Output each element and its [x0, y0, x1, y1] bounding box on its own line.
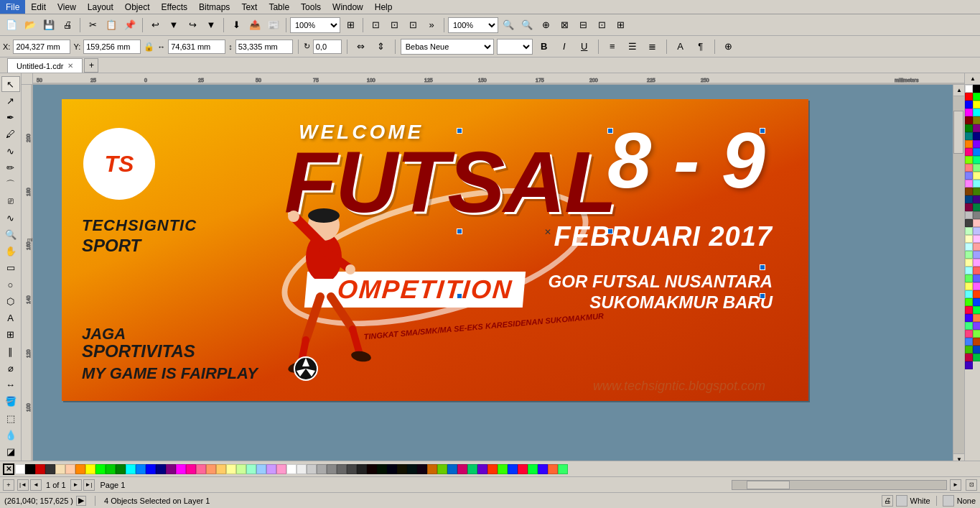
menu-table[interactable]: Table: [263, 0, 295, 14]
color-swatch[interactable]: [973, 314, 980, 322]
undo-list[interactable]: ▼: [165, 17, 182, 33]
mirror-h[interactable]: ⇔: [353, 39, 370, 55]
color-bar-swatch[interactable]: [297, 464, 307, 474]
color-swatch[interactable]: [973, 251, 980, 259]
zoom-select2[interactable]: 100%: [448, 17, 498, 33]
color-bar-swatch[interactable]: [548, 464, 558, 474]
color-swatch[interactable]: [973, 164, 980, 172]
color-swatch[interactable]: [973, 203, 980, 211]
color-swatch[interactable]: [973, 219, 980, 227]
color-bar-swatch[interactable]: [498, 464, 508, 474]
color-swatch[interactable]: [965, 124, 973, 132]
color-swatch[interactable]: [965, 188, 973, 195]
tb-btn1[interactable]: ⊡: [367, 17, 384, 33]
first-page-btn[interactable]: |◄: [17, 479, 29, 491]
mirror-v[interactable]: ⇕: [373, 39, 390, 55]
color-bar-swatch[interactable]: [75, 464, 85, 474]
color-swatch[interactable]: [965, 330, 973, 338]
color-swatch[interactable]: [973, 235, 980, 243]
font-select[interactable]: Bebas Neue: [401, 39, 494, 55]
hscroll-btn-right[interactable]: ►: [950, 479, 961, 491]
fill-indicator-btn[interactable]: 🖨: [882, 495, 893, 507]
color-swatch[interactable]: [973, 148, 980, 156]
color-swatch[interactable]: [973, 195, 980, 203]
color-swatch[interactable]: [973, 116, 980, 124]
align-right[interactable]: ≣: [644, 39, 661, 55]
color-swatch[interactable]: [973, 180, 980, 188]
tool-ellipse[interactable]: ○: [1, 277, 20, 292]
color-bar-swatch[interactable]: [176, 464, 186, 474]
color-swatch[interactable]: [965, 172, 973, 180]
color-swatch[interactable]: [973, 274, 980, 282]
more-btn[interactable]: »: [423, 17, 440, 33]
color-swatch[interactable]: [973, 188, 980, 195]
color-swatch[interactable]: [973, 298, 980, 306]
color-swatch[interactable]: [973, 346, 980, 354]
import-button[interactable]: ⬇: [228, 17, 245, 33]
color-bar-swatch[interactable]: [216, 464, 226, 474]
color-bar-swatch[interactable]: [35, 464, 45, 474]
tool-smartdraw[interactable]: ∿: [1, 143, 20, 159]
color-swatch[interactable]: [965, 156, 973, 164]
color-bar-swatch[interactable]: [377, 464, 387, 474]
tab-close-btn[interactable]: ✕: [67, 62, 73, 70]
color-bar-swatch[interactable]: [347, 464, 357, 474]
color-swatch[interactable]: [973, 282, 980, 290]
color-bar-swatch[interactable]: [487, 464, 498, 474]
zoom-width[interactable]: ⊟: [574, 17, 592, 33]
color-bar-swatch[interactable]: [246, 464, 256, 474]
color-swatch[interactable]: [965, 346, 973, 354]
color-bar-swatch[interactable]: [508, 464, 518, 474]
last-page-btn[interactable]: ►|: [83, 479, 95, 491]
zoom-select[interactable]: 100%: [290, 17, 340, 33]
width-input[interactable]: [168, 40, 225, 54]
tool-table[interactable]: ⊞: [1, 327, 20, 343]
color-bar-swatch[interactable]: [146, 464, 156, 474]
italic-btn[interactable]: I: [556, 39, 573, 55]
color-bar-swatch[interactable]: [236, 464, 246, 474]
color-swatch[interactable]: [973, 85, 980, 93]
color-bar-swatch[interactable]: [166, 464, 176, 474]
color-bar-swatch[interactable]: [427, 464, 437, 474]
color-swatch[interactable]: [973, 101, 980, 108]
color-bar-swatch[interactable]: [45, 464, 55, 474]
color-bar-swatch[interactable]: [136, 464, 146, 474]
menu-help[interactable]: Help: [369, 0, 398, 14]
color-swatch[interactable]: [973, 140, 980, 148]
color-bar-swatch[interactable]: [307, 464, 317, 474]
vscroll-up[interactable]: ▲: [953, 85, 964, 96]
para-format[interactable]: ¶: [692, 39, 709, 55]
color-bar-swatch[interactable]: [518, 464, 528, 474]
new-tab-btn[interactable]: +: [84, 58, 98, 73]
cut-button[interactable]: ✂: [84, 17, 101, 33]
zoom-fit[interactable]: ⊕: [537, 17, 554, 33]
color-bar-swatch[interactable]: [256, 464, 266, 474]
tool-polygon[interactable]: ⬡: [1, 293, 20, 309]
color-swatch[interactable]: [965, 132, 973, 140]
document-canvas[interactable]: TS TECHSIGNTIC SPORT WELCOME FUTSAL: [33, 85, 953, 465]
color-bar-swatch[interactable]: [437, 464, 447, 474]
color-swatch[interactable]: [973, 93, 980, 101]
banner-design[interactable]: TS TECHSIGNTIC SPORT WELCOME FUTSAL: [62, 99, 808, 401]
color-bar-swatch[interactable]: [467, 464, 477, 474]
vscrollbar[interactable]: ▲ ▼: [953, 85, 964, 465]
tool-freehand[interactable]: ✒: [1, 110, 20, 126]
snap-button[interactable]: ⊞: [342, 17, 359, 33]
color-swatch[interactable]: [973, 267, 980, 274]
convert-to-curve[interactable]: ⊕: [720, 39, 737, 55]
color-bar-swatch[interactable]: [206, 464, 216, 474]
color-swatch[interactable]: [973, 172, 980, 180]
tool-smear[interactable]: ∿: [1, 210, 20, 226]
tool-connector[interactable]: ⌀: [1, 360, 20, 376]
add-page-btn[interactable]: +: [3, 479, 14, 491]
print-button[interactable]: 🖨: [59, 17, 76, 33]
color-swatch[interactable]: [973, 227, 980, 235]
color-swatch[interactable]: [973, 211, 980, 219]
color-swatch[interactable]: [965, 338, 973, 346]
color-swatch[interactable]: [965, 361, 973, 369]
color-swatch[interactable]: [973, 338, 980, 346]
color-swatch[interactable]: [965, 116, 973, 124]
color-swatch[interactable]: [965, 243, 973, 251]
bottom-hscroll-thumb[interactable]: [747, 481, 790, 489]
bold-btn[interactable]: B: [536, 39, 553, 55]
